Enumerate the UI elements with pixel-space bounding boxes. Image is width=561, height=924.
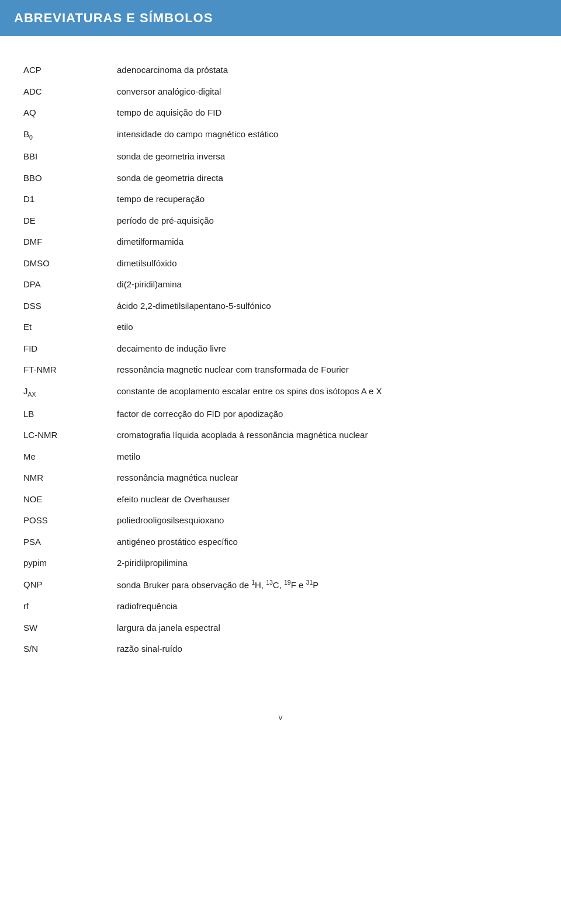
abbr-key: PSA: [23, 532, 117, 553]
table-row: S/Nrazão sinal-ruído: [23, 638, 538, 660]
abbr-key: rf: [23, 596, 117, 617]
table-row: BBIsonda de geometria inversa: [23, 146, 538, 168]
abbr-key: ADC: [23, 81, 117, 103]
abbr-key: S/N: [23, 638, 117, 660]
table-row: DEperíodo de pré-aquisição: [23, 210, 538, 232]
abbr-value: antigéneo prostático específico: [117, 532, 538, 553]
table-row: JAXconstante de acoplamento escalar entr…: [23, 381, 538, 404]
abbr-key: POSS: [23, 510, 117, 532]
abbr-key: NMR: [23, 467, 117, 489]
abbr-value: ácido 2,2-dimetilsilapentano-5-sulfónico: [117, 296, 538, 317]
abbr-value: 2-piridilpropilimina: [117, 553, 538, 574]
table-row: DSSácido 2,2-dimetilsilapentano-5-sulfón…: [23, 296, 538, 317]
abbreviations-table: ACPadenocarcinoma da próstataADCconverso…: [23, 60, 538, 660]
page-title: ABREVIATURAS E SÍMBOLOS: [14, 11, 547, 26]
abbr-key: NOE: [23, 489, 117, 510]
abbr-key: SW: [23, 617, 117, 639]
table-row: D1tempo de recuperação: [23, 189, 538, 210]
abbr-key: BBO: [23, 168, 117, 189]
table-row: PSAantigéneo prostático específico: [23, 532, 538, 553]
abbr-value: etilo: [117, 317, 538, 338]
abbr-key: pypim: [23, 553, 117, 574]
abbr-key: LC-NMR: [23, 425, 117, 446]
table-row: NOEefeito nuclear de Overhauser: [23, 489, 538, 510]
abbr-key: B0: [23, 124, 117, 147]
table-row: ACPadenocarcinoma da próstata: [23, 60, 538, 81]
table-row: FT-NMRressonância magnetic nuclear com t…: [23, 359, 538, 381]
abbr-value: tempo de aquisição do FID: [117, 102, 538, 124]
table-row: SWlargura da janela espectral: [23, 617, 538, 639]
table-row: DMFdimetilformamida: [23, 231, 538, 253]
abbr-key: Me: [23, 446, 117, 468]
table-row: DPAdi(2-piridil)amina: [23, 274, 538, 296]
main-content: ACPadenocarcinoma da próstataADCconverso…: [0, 60, 561, 695]
abbr-value: metilo: [117, 446, 538, 468]
table-row: ADCconversor analógico-digital: [23, 81, 538, 103]
abbr-key: LB: [23, 404, 117, 425]
abbr-key: FT-NMR: [23, 359, 117, 381]
abbr-key: JAX: [23, 381, 117, 404]
table-row: LC-NMRcromatografia líquida acoplada à r…: [23, 425, 538, 446]
abbr-value: período de pré-aquisição: [117, 210, 538, 232]
abbr-value: largura da janela espectral: [117, 617, 538, 639]
header-banner: ABREVIATURAS E SÍMBOLOS: [0, 0, 561, 36]
abbr-key: DMF: [23, 231, 117, 253]
table-row: FIDdecaimento de indução livre: [23, 338, 538, 360]
abbr-key: Et: [23, 317, 117, 338]
abbr-key: ACP: [23, 60, 117, 81]
table-row: Etetilo: [23, 317, 538, 338]
abbr-value: razão sinal-ruído: [117, 638, 538, 660]
table-row: POSSpoliedrooligosilsesquioxano: [23, 510, 538, 532]
abbr-value: ressonância magnetic nuclear com transfo…: [117, 359, 538, 381]
abbr-key: DSS: [23, 296, 117, 317]
abbr-key: D1: [23, 189, 117, 210]
table-row: QNPsonda Bruker para observação de 1H, 1…: [23, 574, 538, 596]
abbr-value: dimetilformamida: [117, 231, 538, 253]
abbr-value: sonda de geometria directa: [117, 168, 538, 189]
abbr-key: DMSO: [23, 253, 117, 275]
table-row: NMRressonância magnética nuclear: [23, 467, 538, 489]
abbr-value: decaimento de indução livre: [117, 338, 538, 360]
abbr-value: factor de correcção do FID por apodizaçã…: [117, 404, 538, 425]
abbr-value: constante de acoplamento escalar entre o…: [117, 381, 538, 404]
abbr-value: ressonância magnética nuclear: [117, 467, 538, 489]
abbr-key: QNP: [23, 574, 117, 596]
abbr-key: DE: [23, 210, 117, 232]
table-row: rfradiofrequência: [23, 596, 538, 617]
table-row: AQtempo de aquisição do FID: [23, 102, 538, 124]
abbr-value: sonda Bruker para observação de 1H, 13C,…: [117, 574, 538, 596]
table-row: LBfactor de correcção do FID por apodiza…: [23, 404, 538, 425]
table-row: B0intensidade do campo magnético estátic…: [23, 124, 538, 147]
abbr-value: sonda de geometria inversa: [117, 146, 538, 168]
abbr-value: dimetilsulfóxido: [117, 253, 538, 275]
abbr-value: adenocarcinoma da próstata: [117, 60, 538, 81]
table-row: BBOsonda de geometria directa: [23, 168, 538, 189]
table-row: DMSOdimetilsulfóxido: [23, 253, 538, 275]
table-row: pypim2-piridilpropilimina: [23, 553, 538, 574]
abbr-value: radiofrequência: [117, 596, 538, 617]
abbr-value: poliedrooligosilsesquioxano: [117, 510, 538, 532]
abbr-value: cromatografia líquida acoplada à ressonâ…: [117, 425, 538, 446]
abbr-key: FID: [23, 338, 117, 360]
page-number: v: [0, 713, 561, 722]
abbr-value: intensidade do campo magnético estático: [117, 124, 538, 147]
abbr-value: conversor analógico-digital: [117, 81, 538, 103]
abbr-value: efeito nuclear de Overhauser: [117, 489, 538, 510]
abbr-value: di(2-piridil)amina: [117, 274, 538, 296]
abbr-key: BBI: [23, 146, 117, 168]
abbr-key: AQ: [23, 102, 117, 124]
table-row: Memetilo: [23, 446, 538, 468]
abbr-key: DPA: [23, 274, 117, 296]
abbr-value: tempo de recuperação: [117, 189, 538, 210]
